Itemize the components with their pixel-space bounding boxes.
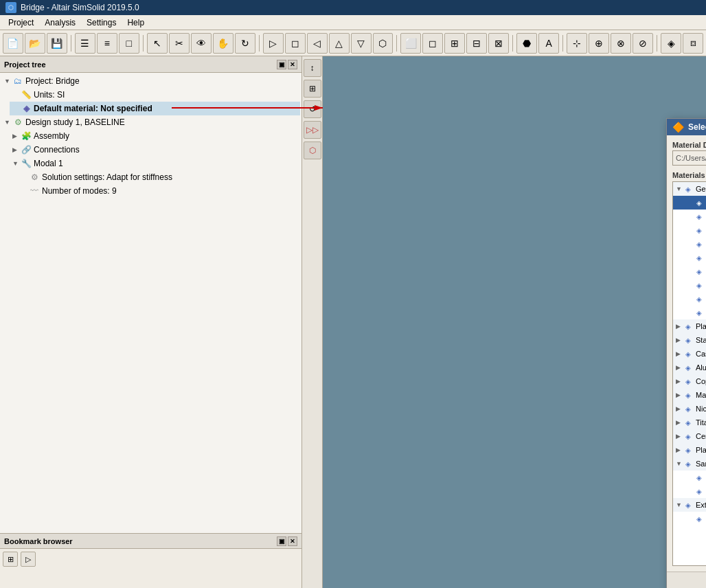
mat-item-ti-hl[interactable]: ◈ Titanium - High strength - NL [673,471,706,484]
mat-item-steel[interactable]: ◈ Steel [673,196,706,210]
mat-group-cu-alloys[interactable]: ▶ ◈ Copper Alloys [673,374,706,388]
icon-aluminum: ◈ [694,211,705,222]
mat-group-stainless[interactable]: ▶ ◈ Stainless Steels [673,333,706,347]
tree-item-project[interactable]: ▼ 🗂 Project: Bridge [1,74,300,88]
icon-steel: ◈ [694,197,705,208]
tb-view[interactable]: □ [119,33,139,54]
tb-c2[interactable]: A [538,33,559,54]
dialog-title-text: Select default material [688,122,706,132]
arrow-ceramics: ▶ [676,433,683,440]
tb-d2[interactable]: ⊕ [589,33,609,54]
tb-rotate[interactable]: ↻ [235,33,255,54]
tb-b5[interactable]: ⊠ [488,33,509,54]
mat-item-glass[interactable]: ◈ Glass [673,278,706,292]
tb-a5[interactable]: ▽ [351,33,372,54]
label-ti-alloys: Titanium Alloys [696,418,706,427]
icon-cu-hl: ◈ [694,486,705,497]
icon-modes: 〰 [29,185,40,196]
side-btn-5[interactable]: ⬡ [304,142,321,159]
mat-item-adhesive[interactable]: ◈ Adhesive [673,306,706,319]
tb-list1[interactable]: ☰ [75,33,95,54]
tb-eye[interactable]: 👁 [191,33,212,54]
tb-b2[interactable]: ◻ [422,33,443,54]
mat-group-plastics[interactable]: ▶ ◈ Plastics [673,443,706,457]
tb-list2[interactable]: ≡ [97,33,117,54]
tb-open[interactable]: 📂 [25,33,45,54]
mat-item-vs01[interactable]: ◈ VS01 [673,512,706,525]
tb-pan[interactable]: ✋ [213,33,234,54]
tb-a4[interactable]: △ [329,33,350,54]
mat-group-mg-alloys[interactable]: ▶ ◈ Magnesium Alloys [673,388,706,402]
materials-label: Materials [672,171,706,179]
menu-help[interactable]: Help [122,16,150,29]
icon-plastic: ◈ [694,293,705,304]
tb-a1[interactable]: ▷ [263,33,284,54]
tree-item-modal[interactable]: ▼ 🔧 Modal 1 [10,157,300,170]
tb-cut[interactable]: ✂ [169,33,190,54]
tree-item-connections[interactable]: ▶ 🔗 Connections [10,143,300,157]
tb-d3[interactable]: ⊗ [611,33,631,54]
mat-item-rubber[interactable]: ◈ Rubber [673,264,706,278]
tb-save[interactable]: 💾 [47,33,67,54]
side-btn-2[interactable]: ⊞ [304,80,321,98]
mat-group-cast-irons[interactable]: ▶ ◈ Cast Irons [673,347,706,361]
tb-a2[interactable]: ◻ [285,33,306,54]
mat-group-plain-carbon[interactable]: ▶ ◈ Plain Carbon & Low Alloy Steels [673,319,706,333]
tb-new[interactable]: 📄 [3,33,23,54]
tb-e1[interactable]: ◈ [661,33,681,54]
mat-group-ni-alloys[interactable]: ▶ ◈ Nickel Alloys [673,402,706,416]
tb-b3[interactable]: ⊞ [444,33,465,54]
dialog-footer: Import CSV Save material Add material Ad… [667,572,706,588]
label-plain-carbon: Plain Carbon & Low Alloy Steels [696,322,706,330]
tree-item-assembly[interactable]: ▶ 🧩 Assembly [10,129,300,143]
bookmark-restore-btn[interactable]: ▣ [277,536,286,546]
tb-b4[interactable]: ⊟ [466,33,487,54]
mat-group-external[interactable]: ▼ ◈ External Project Materials [673,498,706,512]
title-bar-text: Bridge - Altair SimSolid 2019.5.0 [21,3,139,12]
mat-group-al-alloys[interactable]: ▶ ◈ Aluminum Alloys [673,361,706,374]
bookmark-btn1[interactable]: ⊞ [3,552,18,567]
icon-cast-irons: ◈ [683,348,694,359]
mat-item-plastic[interactable]: ◈ Plastic [673,292,706,306]
menu-settings[interactable]: Settings [81,16,122,29]
panel-close-btn[interactable]: ✕ [288,60,297,69]
mat-group-sample-nl[interactable]: ▼ ◈ Sample non-linear materials [673,457,706,471]
tb-a6[interactable]: ⬡ [373,33,394,54]
menu-project[interactable]: Project [3,16,39,29]
tree-item-units[interactable]: 📏 Units: SI [10,88,300,102]
tb-e2[interactable]: ⧈ [683,33,703,54]
tree-item-default-material[interactable]: ◈ Default material: Not specified [10,102,300,115]
mat-group-ti-alloys[interactable]: ▶ ◈ Titanium Alloys [673,416,706,429]
mat-item-nickel[interactable]: ◈ Nickel [673,237,706,251]
tb-b1[interactable]: ⬜ [400,33,421,54]
mat-item-cast-iron[interactable]: ◈ Cast Iron [673,223,706,237]
side-btn-3[interactable]: ↺ [304,100,321,118]
bookmark-close-btn[interactable]: ✕ [288,536,297,546]
menu-analysis[interactable]: Analysis [39,16,81,29]
mat-group-ceramics[interactable]: ▶ ◈ Ceramics [673,429,706,443]
tb-select[interactable]: ↖ [147,33,168,54]
icon-ceramics: ◈ [683,431,694,442]
icon-generic: ◈ [683,183,694,194]
icon-external: ◈ [683,499,694,510]
materials-section: Materials ▼ ◈ Generic Materials [672,171,706,566]
label-solution: Solution settings: Adapt for stiffness [42,172,172,182]
tree-item-solution[interactable]: ⚙ Solution settings: Adapt for stiffness [18,170,300,184]
side-btn-4[interactable]: ▷▷ [304,121,321,139]
materials-tree[interactable]: ▼ ◈ Generic Materials ◈ Steel [672,181,706,566]
mat-item-cu-hl[interactable]: ◈ Copper - High strength - NL [673,484,706,498]
side-btn-1[interactable]: ↕ [304,59,321,77]
tb-d4[interactable]: ⊘ [633,33,653,54]
mat-item-aluminum[interactable]: ◈ Aluminum [673,210,706,223]
tb-d1[interactable]: ⊹ [567,33,587,54]
mat-group-generic[interactable]: ▼ ◈ Generic Materials [673,182,706,196]
panel-restore-btn[interactable]: ▣ [277,60,286,69]
bookmark-btn2[interactable]: ▷ [21,552,36,567]
tb-c1[interactable]: ⬣ [516,33,537,54]
tb-a3[interactable]: ◁ [307,33,328,54]
mat-item-copper[interactable]: ◈ Copper [673,251,706,264]
arrow-al-alloys: ▶ [676,364,683,371]
tree-item-design-study[interactable]: ▼ ⚙ Design study 1, BASELINE [1,115,300,129]
icon-rubber: ◈ [694,266,705,277]
tree-item-modes[interactable]: 〰 Number of modes: 9 [18,184,300,198]
